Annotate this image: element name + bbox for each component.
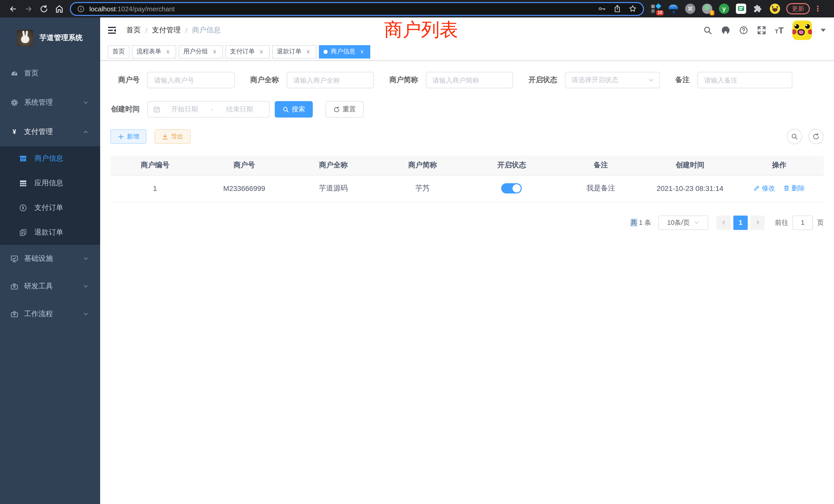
tab-close-icon[interactable]: x xyxy=(164,48,172,55)
sidebar-item-workflow[interactable]: 工作流程 xyxy=(0,300,100,328)
active-dot xyxy=(324,49,328,54)
chrome-update-button[interactable]: 更新 xyxy=(786,3,810,14)
github-icon[interactable] xyxy=(721,26,730,35)
tab-close-icon[interactable]: x xyxy=(358,48,366,55)
back-icon xyxy=(8,4,17,13)
logo-avatar xyxy=(17,30,34,46)
tab-process-form[interactable]: 流程表单x xyxy=(132,45,176,58)
navbar: 首页 / 支付管理 / 商户信息 商户列表 TT xyxy=(100,18,834,43)
toggle-search-button[interactable] xyxy=(787,129,802,144)
search-icon[interactable] xyxy=(703,26,712,35)
reload-icon xyxy=(39,4,48,13)
refresh-table-button[interactable] xyxy=(808,129,824,144)
avatar-caret-icon[interactable] xyxy=(821,29,826,32)
short-name-input[interactable] xyxy=(426,72,513,88)
tab-close-icon[interactable]: x xyxy=(211,48,218,55)
tab-home[interactable]: 首页 xyxy=(108,45,129,58)
sidebar-item-home[interactable]: 首页 xyxy=(0,59,100,88)
sidebar-fold-icon[interactable] xyxy=(107,25,117,36)
breadcrumb-pay[interactable]: 支付管理 xyxy=(152,26,181,35)
chevron-left-icon xyxy=(721,220,726,225)
site-info-icon[interactable] xyxy=(77,5,85,13)
browser-reload-button[interactable] xyxy=(36,1,51,17)
table-tools xyxy=(787,129,824,144)
page-number-1[interactable]: 1 xyxy=(733,215,748,230)
font-size-icon[interactable]: TT xyxy=(775,26,784,34)
sidebar-item-refund-order[interactable]: 退款订单 xyxy=(0,220,100,245)
goto-page-input[interactable] xyxy=(792,215,813,230)
shop-icon xyxy=(19,155,27,163)
remark-input[interactable] xyxy=(697,72,792,88)
ext-diamond-icon xyxy=(656,3,661,9)
sidebar-item-devtools[interactable]: 研发工具 xyxy=(0,273,100,300)
fullscreen-icon[interactable] xyxy=(757,26,766,35)
user-avatar[interactable] xyxy=(792,21,812,40)
breadcrumb-home[interactable]: 首页 xyxy=(126,26,141,35)
start-date-placeholder: 开始日期 xyxy=(160,105,209,114)
sidebar-item-system[interactable]: 系统管理 xyxy=(0,88,100,117)
sidebar-item-merchant-info[interactable]: 商户信息 xyxy=(0,146,100,171)
tab-label: 流程表单 xyxy=(137,47,161,56)
chat-bubble-shape xyxy=(738,6,744,11)
pagination: 共 1 条 10条/页 1 前往 页 xyxy=(110,215,824,230)
extension-vpn-icon[interactable]: 1 xyxy=(702,4,712,14)
extension-chat-icon[interactable] xyxy=(736,4,746,14)
tab-close-icon[interactable]: x xyxy=(258,48,265,55)
filter-row-1: 商户号 商户全称 商户简称 开启状态 请选择开启状态 xyxy=(110,72,824,88)
password-key-icon[interactable] xyxy=(598,5,606,13)
total-prefix: 共 xyxy=(630,219,637,226)
dashboard-icon xyxy=(10,69,19,77)
add-button[interactable]: 新增 xyxy=(110,129,146,144)
svg-text:¥: ¥ xyxy=(22,206,24,210)
tab-refund-order[interactable]: 退款订单x xyxy=(272,45,316,58)
browser-back-button[interactable] xyxy=(5,1,21,17)
search-button[interactable]: 搜索 xyxy=(275,101,313,117)
home-icon xyxy=(55,4,63,13)
browser-home-button[interactable] xyxy=(51,1,67,17)
next-page-button[interactable] xyxy=(750,215,765,230)
reset-button[interactable]: 重置 xyxy=(326,101,364,117)
export-button[interactable]: 导出 xyxy=(155,129,191,144)
address-bar[interactable]: localhost:1024/pay/merchant xyxy=(70,2,644,16)
url-path: :1024/pay/merchant xyxy=(116,5,175,13)
tab-merchant-info[interactable]: 商户信息x xyxy=(319,45,370,58)
tab-close-icon[interactable]: x xyxy=(305,48,312,55)
sidebar-item-pay-order[interactable]: ¥ 支付订单 xyxy=(0,196,100,220)
pikachu-eye xyxy=(794,24,799,29)
profile-emoji-icon[interactable] xyxy=(770,4,780,14)
sidebar-item-app-info[interactable]: 应用信息 xyxy=(0,171,100,196)
tab-user-group[interactable]: 用户分组x xyxy=(179,45,223,58)
extensions-puzzle-icon[interactable] xyxy=(753,4,763,14)
sidebar-item-pay[interactable]: ¥ 支付管理 xyxy=(0,117,100,146)
status-select[interactable]: 请选择开启状态 xyxy=(565,72,660,88)
edit-button[interactable]: 修改 xyxy=(753,184,775,193)
extension-paraglider-icon[interactable] xyxy=(668,4,678,14)
sidebar-item-infra[interactable]: 基础设施 xyxy=(0,245,100,273)
delete-button[interactable]: 删除 xyxy=(783,184,805,193)
chrome-menu-button[interactable]: ⋮ xyxy=(814,6,820,11)
sidebar: 芋道管理系统 首页 系统管理 ¥ 支付管理 商户信息 xyxy=(0,18,100,504)
prev-page-button[interactable] xyxy=(717,215,731,230)
page-size-label: 10条/页 xyxy=(667,218,690,227)
filter-label: 商户全称 xyxy=(250,75,279,85)
browser-toolbar: localhost:1024/pay/merchant 10 ⌘ xyxy=(0,0,834,18)
share-icon[interactable] xyxy=(613,5,621,13)
merchant-no-input[interactable] xyxy=(147,72,235,88)
status-toggle[interactable] xyxy=(502,183,522,193)
extension-metabase-icon[interactable]: 10 xyxy=(651,4,661,14)
tab-pay-order[interactable]: 支付订单x xyxy=(225,45,270,58)
bookmark-star-icon[interactable] xyxy=(629,5,637,13)
extension-y-icon[interactable]: y xyxy=(719,4,729,14)
app-logo[interactable]: 芋道管理系统 xyxy=(0,18,100,59)
full-name-input[interactable] xyxy=(287,72,374,88)
export-label: 导出 xyxy=(171,132,183,141)
browser-forward-button[interactable] xyxy=(21,1,36,17)
ext-square-icon xyxy=(651,5,655,8)
date-separator: - xyxy=(209,106,215,113)
help-icon[interactable] xyxy=(739,26,748,35)
date-range-picker[interactable]: 开始日期 - 结束日期 xyxy=(147,101,270,117)
page-size-select[interactable]: 10条/页 xyxy=(658,215,708,230)
extension-command-icon[interactable]: ⌘ xyxy=(685,4,695,14)
workflow-case-icon xyxy=(10,310,19,318)
refresh-icon xyxy=(812,133,820,140)
